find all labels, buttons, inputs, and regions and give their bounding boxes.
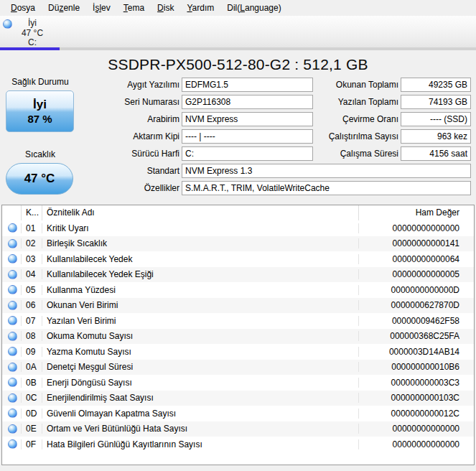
health-status-button[interactable]: İyi 87 % bbox=[6, 90, 74, 132]
menu-item-dosya[interactable]: Dosya bbox=[4, 1, 42, 15]
attribute-id: 0B bbox=[21, 378, 42, 388]
row-status-cell bbox=[2, 375, 21, 391]
field-label: Çalıştırılma Sayısı bbox=[305, 129, 398, 144]
attribute-name: Birleşik Sıcaklık bbox=[42, 238, 358, 248]
menu-item-dzenle[interactable]: Düzenle bbox=[42, 1, 86, 15]
table-row[interactable]: 07Yazılan Veri Birimi00000009462F58 bbox=[2, 313, 474, 329]
field-value-box: G2P116308 bbox=[182, 95, 313, 109]
menu-item-disk[interactable]: Disk bbox=[151, 1, 180, 15]
attribute-raw-value: 0000003D14AB14 bbox=[358, 347, 474, 357]
drive-title: SSDPR-PX500-512-80-G2 : 512,1 GB bbox=[0, 56, 476, 73]
header-id-column[interactable]: K... bbox=[21, 205, 42, 220]
field-label: Sürücü Harfi bbox=[79, 146, 179, 161]
temperature-value: 47 °C bbox=[24, 172, 55, 186]
field-value-box: ---- (SSD) bbox=[401, 112, 471, 126]
attribute-raw-value: 0000000000103C bbox=[358, 393, 474, 403]
row-status-cell bbox=[2, 313, 21, 329]
drive-tab-labels: İyi 47 °C C: bbox=[10, 19, 55, 48]
field-row: Aygıt YazılımıEDFMG1.5 bbox=[79, 78, 313, 92]
field-label: Arabirim bbox=[79, 112, 179, 126]
attribute-id: 0E bbox=[21, 424, 42, 434]
attribute-raw-value: 00000000000005 bbox=[358, 269, 474, 279]
field-row: Çalıştırılma Sayısı963 kez bbox=[305, 129, 471, 144]
field-label: Seri Numarası bbox=[79, 95, 179, 109]
table-row[interactable]: 0BEnerji Döngüsü Sayısı000000000003C3 bbox=[2, 375, 474, 391]
field-row: ÖzelliklerS.M.A.R.T., TRIM, VolatileWrit… bbox=[79, 181, 471, 195]
field-label: Yazılan Toplamı bbox=[305, 95, 398, 109]
row-status-cell bbox=[2, 421, 21, 437]
table-row[interactable]: 04Kullanılabilecek Yedek Eşiği0000000000… bbox=[2, 267, 474, 283]
field-value-box: 963 kez bbox=[401, 129, 471, 144]
table-row[interactable]: 05Kullanma Yüzdesi0000000000000D bbox=[2, 282, 474, 298]
smart-table-header: K... Öznitelik Adı Ham Değer bbox=[2, 205, 474, 220]
menu-item-dillanguage[interactable]: Dil(Language) bbox=[220, 1, 287, 15]
row-status-cell bbox=[2, 344, 21, 360]
row-status-cell bbox=[2, 236, 21, 252]
header-rawvalue-column[interactable]: Ham Değer bbox=[358, 205, 474, 220]
attribute-id: 07 bbox=[21, 316, 42, 326]
row-status-cell bbox=[2, 329, 21, 345]
field-label: Standart bbox=[79, 164, 179, 178]
drive-tab-temperature: 47 °C bbox=[22, 29, 43, 39]
attribute-raw-value: 00000000000000 bbox=[358, 424, 474, 434]
active-tab-indicator bbox=[0, 47, 60, 50]
attribute-status-icon bbox=[8, 270, 17, 279]
attribute-raw-value: 000000000003C3 bbox=[358, 378, 474, 388]
attribute-name: Kullanılabilecek Yedek Eşiği bbox=[42, 269, 358, 279]
table-row[interactable]: 0ADenetçi Meşgul Süresi000000000010B6 bbox=[2, 360, 474, 376]
attribute-raw-value: 00000000000064 bbox=[358, 254, 474, 264]
field-label: Aktarım Kipi bbox=[79, 129, 179, 144]
table-row[interactable]: 08Okuma Komutu Sayısı000000368C25FA bbox=[2, 329, 474, 345]
table-row[interactable]: 01Kritik Uyarı00000000000000 bbox=[2, 220, 474, 236]
row-status-cell bbox=[2, 267, 21, 283]
table-row[interactable]: 02Birleşik Sıcaklık00000000000141 bbox=[2, 236, 474, 252]
menu-item-tema[interactable]: Tema bbox=[117, 1, 151, 15]
attribute-status-icon bbox=[8, 254, 17, 264]
attribute-id: 09 bbox=[21, 347, 42, 357]
attribute-status-icon bbox=[8, 285, 17, 294]
attribute-status-icon bbox=[8, 393, 17, 403]
table-row[interactable]: 0DGüvenli Olmayan Kapatma Sayısı00000000… bbox=[2, 406, 474, 421]
attribute-name: Yazılan Veri Birimi bbox=[42, 316, 358, 326]
menu-item-yardm[interactable]: Yardım bbox=[180, 1, 220, 15]
attribute-id: 0C bbox=[21, 393, 42, 403]
field-row: Çalışma Süresi4156 saat bbox=[305, 146, 471, 161]
attribute-id: 0A bbox=[21, 362, 42, 372]
attribute-name: Kritik Uyarı bbox=[42, 223, 358, 233]
attribute-name: Okuma Komutu Sayısı bbox=[42, 331, 358, 341]
field-label: Okunan Toplamı bbox=[305, 78, 398, 92]
health-percent-value: 87 % bbox=[27, 112, 52, 126]
attribute-id: 02 bbox=[21, 238, 42, 248]
table-row[interactable]: 09Yazma Komutu Sayısı0000003D14AB14 bbox=[2, 344, 474, 360]
table-row[interactable]: 0FHata Bilgileri Günlüğü Kayıtlarının Sa… bbox=[2, 437, 474, 452]
attribute-raw-value: 000000000010B6 bbox=[358, 362, 474, 372]
row-status-cell bbox=[2, 251, 21, 267]
table-row[interactable]: 0EOrtam ve Veri Bütünlüğü Hata Sayısı000… bbox=[2, 421, 474, 437]
field-value-box: ---- | ---- bbox=[182, 129, 313, 144]
temperature-button[interactable]: 47 °C bbox=[6, 163, 73, 195]
table-row[interactable]: 06Okunan Veri Birimi0000000627870D bbox=[2, 298, 474, 314]
attribute-status-icon bbox=[8, 424, 17, 434]
field-value-box: NVM Express 1.3 bbox=[182, 164, 471, 178]
drive-tab-letter: C: bbox=[28, 38, 37, 48]
table-row[interactable]: 0CEnerjilendirilmiş Saat Sayısı000000000… bbox=[2, 391, 474, 406]
attribute-id: 0F bbox=[21, 439, 42, 449]
attribute-name: Okunan Veri Birimi bbox=[42, 300, 358, 310]
health-status-value: İyi bbox=[33, 98, 47, 112]
field-value-box: C: bbox=[182, 146, 313, 161]
drive-tab-c[interactable]: İyi 47 °C C: bbox=[0, 17, 60, 47]
attribute-status-icon bbox=[8, 301, 17, 310]
header-attribute-column[interactable]: Öznitelik Adı bbox=[42, 205, 358, 220]
field-value-box: 49235 GB bbox=[401, 78, 471, 92]
attribute-name: Denetçi Meşgul Süresi bbox=[42, 362, 358, 372]
table-row[interactable]: 03Kullanılabilecek Yedek00000000000064 bbox=[2, 251, 474, 267]
menu-item-ilev[interactable]: İşlev bbox=[86, 1, 117, 15]
field-row: ArabirimNVM Express bbox=[79, 112, 313, 126]
row-status-cell bbox=[2, 360, 21, 376]
attribute-status-icon bbox=[8, 363, 17, 372]
field-row: Okunan Toplamı49235 GB bbox=[305, 78, 471, 92]
attribute-raw-value: 00000000000000 bbox=[358, 223, 474, 233]
field-label: Çevirme Oranı bbox=[305, 112, 398, 126]
field-row: Seri NumarasıG2P116308 bbox=[79, 95, 313, 109]
attribute-name: Yazma Komutu Sayısı bbox=[42, 347, 358, 357]
